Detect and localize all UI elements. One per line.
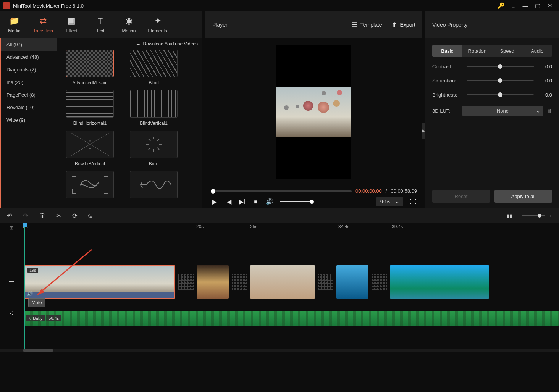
zoom-slider[interactable] (522, 215, 545, 216)
tab-transition[interactable]: ⇄Transition (29, 11, 57, 38)
timeline-tracks[interactable]: 0s 20s 25s 34.4s 39.4s 19s 🔊 Mute (23, 223, 559, 349)
volume-knob[interactable] (310, 200, 314, 204)
playhead[interactable] (24, 223, 25, 349)
video-clip[interactable]: 19s 🔊 (24, 265, 175, 299)
scrub-bar[interactable] (211, 190, 352, 192)
transition-item[interactable]: Burn (124, 131, 183, 166)
fullscreen-button[interactable]: ⛶ (409, 198, 417, 205)
download-youtube-link[interactable]: ☁ Download YouTube Videos (57, 38, 202, 50)
top-row: 📁Media ⇄Transition ▣Effect TText ◉Motion… (0, 11, 559, 38)
category-all[interactable]: All (97) (1, 38, 57, 51)
play-button[interactable]: ▶ (211, 198, 218, 205)
brightness-row: Brightness: 0.0 (432, 92, 552, 98)
premium-key-icon[interactable]: 🔑 (495, 1, 507, 11)
fit-icon[interactable]: ▮▮ (507, 213, 512, 219)
video-track[interactable]: 19s 🔊 Mute (23, 263, 559, 301)
tab-effect[interactable]: ▣Effect (57, 11, 86, 38)
transition-placeholder[interactable] (318, 274, 333, 290)
panel-expand-button[interactable]: ▶ (422, 123, 425, 139)
reset-button[interactable]: Reset (432, 190, 490, 203)
category-reveals[interactable]: Reveals (10) (1, 101, 57, 114)
zoom-in-button[interactable]: + (549, 213, 552, 219)
tab-motion[interactable]: ◉Motion (115, 11, 143, 38)
player-header-label: Player (212, 22, 342, 28)
scrub-knob[interactable] (211, 189, 215, 194)
category-iris[interactable]: Iris (20) (1, 76, 57, 89)
transition-label: Burn (149, 161, 158, 166)
category-diagonals[interactable]: Diagonals (2) (1, 63, 57, 76)
saturation-slider[interactable] (467, 80, 534, 81)
category-pagepeel[interactable]: PagePeel (8) (1, 89, 57, 101)
layers-icon: ☰ (351, 21, 357, 29)
zoom-knob[interactable] (538, 214, 541, 218)
svg-line-10 (157, 139, 159, 141)
video-clip[interactable] (390, 265, 489, 299)
transition-grid[interactable]: AdvancedMosaic Blind BlindHorizontal1 Bl… (57, 50, 202, 208)
undo-button[interactable]: ↶ (7, 212, 12, 220)
video-clip[interactable] (250, 265, 315, 299)
delete-button[interactable]: 🗑 (39, 212, 45, 219)
prev-frame-button[interactable]: I◀ (225, 198, 232, 205)
maximize-button[interactable]: ▢ (532, 1, 544, 11)
contrast-slider[interactable] (467, 66, 534, 67)
transition-placeholder[interactable] (372, 274, 387, 290)
transition-placeholder[interactable] (232, 274, 247, 290)
brightness-slider[interactable] (467, 94, 534, 95)
time-ruler[interactable]: 0s 20s 25s 34.4s 39.4s (23, 223, 559, 232)
prop-tab-basic[interactable]: Basic (432, 45, 462, 57)
volume-slider[interactable] (280, 201, 314, 202)
svg-text:↔: ↔ (88, 146, 92, 150)
tab-media[interactable]: 📁Media (0, 11, 29, 38)
video-clip[interactable] (197, 265, 229, 299)
aspect-ratio-select[interactable]: 9:16 ⌄ (376, 197, 403, 206)
menu-icon[interactable]: ≡ (507, 1, 519, 11)
redo-button[interactable]: ↷ (23, 212, 28, 220)
time-separator: / (386, 188, 387, 194)
property-footer: Reset Apply to all (432, 190, 552, 203)
category-wipe[interactable]: Wipe (9) (1, 114, 57, 126)
category-advanced[interactable]: Advanced (48) (1, 51, 57, 63)
next-frame-button[interactable]: ▶I (238, 198, 246, 205)
audio-track[interactable]: ♫Baby 58.4s (23, 309, 559, 328)
scrollbar-thumb[interactable] (23, 349, 53, 352)
slider-knob[interactable] (498, 78, 502, 83)
transition-item[interactable]: ↔↔ BowTieVertical (60, 131, 120, 166)
video-track-header: 🎞 (0, 263, 23, 301)
slider-knob[interactable] (498, 92, 502, 97)
prop-tab-speed[interactable]: Speed (492, 45, 522, 57)
close-button[interactable]: ✕ (544, 1, 556, 11)
lut-delete-button[interactable]: 🗑 (547, 108, 552, 114)
transition-item[interactable] (60, 171, 120, 202)
prop-tab-audio[interactable]: Audio (522, 45, 553, 57)
export-button[interactable]: ⬆Export (391, 21, 415, 29)
stop-button[interactable]: ■ (252, 198, 260, 205)
speed-button[interactable]: ⟳ (72, 212, 78, 220)
overlay-track-header (0, 232, 23, 263)
clip-audio-icon[interactable]: 🔊 (27, 291, 33, 297)
transition-item[interactable]: AdvancedMosaic (60, 50, 120, 85)
lut-select[interactable]: None ⌄ (462, 106, 543, 116)
audio-clip[interactable]: ♫Baby 58.4s (24, 311, 559, 326)
transition-placeholder[interactable] (178, 274, 194, 290)
video-clip[interactable] (336, 265, 368, 299)
slider-knob[interactable] (498, 64, 502, 69)
template-button[interactable]: ☰Template (351, 21, 382, 29)
add-track-button[interactable]: ⊞ (0, 223, 23, 232)
timeline-scrollbar[interactable] (0, 349, 559, 352)
volume-icon[interactable]: 🔊 (266, 198, 273, 205)
minimize-button[interactable]: — (519, 1, 532, 11)
tab-text[interactable]: TText (86, 11, 115, 38)
prop-tab-rotation[interactable]: Rotation (462, 45, 493, 57)
transition-item[interactable] (124, 171, 183, 202)
split-button[interactable]: ✂ (56, 212, 61, 220)
transition-item[interactable]: BlindHorizontal1 (60, 90, 120, 126)
crop-button[interactable]: ⟃ (88, 212, 92, 219)
zoom-control: ▮▮ − + (507, 213, 552, 219)
transition-item[interactable]: Blind (124, 50, 183, 85)
tab-elements[interactable]: ✦Elements (143, 11, 172, 38)
player-viewport[interactable] (205, 38, 422, 185)
transition-item[interactable]: BlindVertical1 (124, 90, 183, 126)
overlay-track[interactable] (23, 232, 559, 263)
zoom-out-button[interactable]: − (516, 213, 519, 219)
apply-all-button[interactable]: Apply to all (494, 190, 552, 203)
